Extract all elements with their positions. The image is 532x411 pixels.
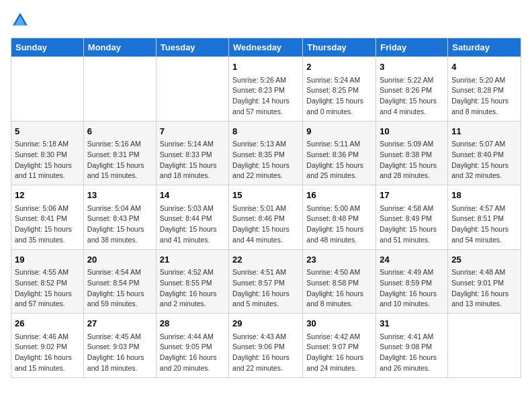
day-cell: 7Sunrise: 5:14 AM Sunset: 8:33 PM Daylig…: [156, 121, 228, 185]
day-cell: 3Sunrise: 5:22 AM Sunset: 8:26 PM Daylig…: [376, 57, 448, 122]
week-row-1: 1Sunrise: 5:26 AM Sunset: 8:23 PM Daylig…: [11, 57, 521, 122]
day-cell: 20Sunrise: 4:54 AM Sunset: 8:54 PM Dayli…: [83, 249, 156, 314]
day-number: 10: [380, 125, 444, 138]
day-info: Sunrise: 4:46 AM Sunset: 9:02 PM Dayligh…: [15, 332, 80, 374]
day-cell: 12Sunrise: 5:06 AM Sunset: 8:41 PM Dayli…: [11, 185, 84, 250]
day-cell: 24Sunrise: 4:49 AM Sunset: 8:59 PM Dayli…: [376, 249, 448, 314]
day-cell: 21Sunrise: 4:52 AM Sunset: 8:55 PM Dayli…: [156, 249, 228, 314]
day-number: 27: [87, 317, 152, 330]
day-number: 1: [232, 60, 299, 74]
day-info: Sunrise: 5:00 AM Sunset: 8:48 PM Dayligh…: [306, 203, 372, 246]
day-cell: 17Sunrise: 4:58 AM Sunset: 8:49 PM Dayli…: [376, 185, 448, 250]
day-number: 20: [87, 253, 152, 267]
day-cell: 31Sunrise: 4:41 AM Sunset: 9:08 PM Dayli…: [376, 314, 448, 378]
day-number: 4: [451, 60, 517, 74]
day-info: Sunrise: 4:44 AM Sunset: 9:05 PM Dayligh…: [160, 332, 225, 374]
day-number: 7: [160, 125, 225, 138]
day-info: Sunrise: 5:09 AM Sunset: 8:38 PM Dayligh…: [380, 139, 444, 181]
day-number: 16: [306, 189, 372, 202]
day-info: Sunrise: 5:24 AM Sunset: 8:25 PM Dayligh…: [306, 75, 372, 118]
day-info: Sunrise: 4:55 AM Sunset: 8:52 PM Dayligh…: [15, 267, 80, 310]
day-info: Sunrise: 4:52 AM Sunset: 8:55 PM Dayligh…: [160, 267, 225, 310]
day-info: Sunrise: 4:48 AM Sunset: 9:01 PM Dayligh…: [451, 267, 517, 310]
day-info: Sunrise: 4:45 AM Sunset: 9:03 PM Dayligh…: [87, 332, 152, 374]
day-info: Sunrise: 4:57 AM Sunset: 8:51 PM Dayligh…: [451, 203, 517, 246]
day-number: 22: [232, 253, 299, 267]
week-row-3: 12Sunrise: 5:06 AM Sunset: 8:41 PM Dayli…: [11, 185, 521, 250]
day-cell: [448, 314, 521, 378]
day-info: Sunrise: 4:51 AM Sunset: 8:57 PM Dayligh…: [232, 267, 299, 310]
day-info: Sunrise: 5:20 AM Sunset: 8:28 PM Dayligh…: [451, 75, 517, 118]
day-number: 11: [451, 125, 517, 138]
day-cell: 4Sunrise: 5:20 AM Sunset: 8:28 PM Daylig…: [448, 57, 521, 122]
column-header-monday: Monday: [83, 38, 156, 57]
day-number: 9: [306, 125, 372, 138]
day-number: 2: [306, 60, 372, 74]
page-header: [11, 11, 521, 30]
calendar-header-row: SundayMondayTuesdayWednesdayThursdayFrid…: [11, 38, 521, 57]
day-cell: 13Sunrise: 5:04 AM Sunset: 8:43 PM Dayli…: [83, 185, 156, 250]
day-info: Sunrise: 4:58 AM Sunset: 8:49 PM Dayligh…: [380, 203, 444, 246]
day-info: Sunrise: 5:22 AM Sunset: 8:26 PM Dayligh…: [380, 75, 444, 118]
day-cell: 22Sunrise: 4:51 AM Sunset: 8:57 PM Dayli…: [229, 249, 303, 314]
day-number: 29: [232, 317, 299, 330]
day-cell: 27Sunrise: 4:45 AM Sunset: 9:03 PM Dayli…: [83, 314, 156, 378]
day-cell: 16Sunrise: 5:00 AM Sunset: 8:48 PM Dayli…: [303, 185, 376, 250]
day-info: Sunrise: 5:26 AM Sunset: 8:23 PM Dayligh…: [232, 75, 299, 118]
day-cell: [11, 57, 84, 122]
day-cell: 6Sunrise: 5:16 AM Sunset: 8:31 PM Daylig…: [83, 121, 156, 185]
day-cell: 2Sunrise: 5:24 AM Sunset: 8:25 PM Daylig…: [303, 57, 376, 122]
day-number: 21: [160, 253, 225, 267]
day-number: 3: [380, 60, 444, 74]
column-header-tuesday: Tuesday: [156, 38, 228, 57]
day-cell: [156, 57, 228, 122]
day-number: 5: [15, 125, 80, 138]
day-number: 15: [232, 189, 299, 202]
day-cell: 10Sunrise: 5:09 AM Sunset: 8:38 PM Dayli…: [376, 121, 448, 185]
day-number: 26: [15, 317, 80, 330]
day-number: 14: [160, 189, 225, 202]
day-info: Sunrise: 5:04 AM Sunset: 8:43 PM Dayligh…: [87, 203, 152, 246]
day-number: 12: [15, 189, 80, 202]
day-cell: 26Sunrise: 4:46 AM Sunset: 9:02 PM Dayli…: [11, 314, 84, 378]
day-number: 17: [380, 189, 444, 202]
day-number: 19: [15, 253, 80, 267]
day-number: 28: [160, 317, 225, 330]
day-cell: 1Sunrise: 5:26 AM Sunset: 8:23 PM Daylig…: [229, 57, 303, 122]
day-info: Sunrise: 4:50 AM Sunset: 8:58 PM Dayligh…: [306, 267, 372, 310]
column-header-sunday: Sunday: [11, 38, 84, 57]
day-cell: 9Sunrise: 5:11 AM Sunset: 8:36 PM Daylig…: [303, 121, 376, 185]
column-header-friday: Friday: [376, 38, 448, 57]
day-cell: 23Sunrise: 4:50 AM Sunset: 8:58 PM Dayli…: [303, 249, 376, 314]
day-info: Sunrise: 5:06 AM Sunset: 8:41 PM Dayligh…: [15, 203, 80, 246]
day-info: Sunrise: 4:49 AM Sunset: 8:59 PM Dayligh…: [380, 267, 444, 310]
day-info: Sunrise: 5:07 AM Sunset: 8:40 PM Dayligh…: [451, 139, 517, 181]
week-row-2: 5Sunrise: 5:18 AM Sunset: 8:30 PM Daylig…: [11, 121, 521, 185]
day-number: 30: [306, 317, 372, 330]
day-cell: 11Sunrise: 5:07 AM Sunset: 8:40 PM Dayli…: [448, 121, 521, 185]
day-info: Sunrise: 4:54 AM Sunset: 8:54 PM Dayligh…: [87, 267, 152, 310]
day-number: 18: [451, 189, 517, 202]
day-number: 23: [306, 253, 372, 267]
day-number: 25: [451, 253, 517, 267]
day-cell: 30Sunrise: 4:42 AM Sunset: 9:07 PM Dayli…: [303, 314, 376, 378]
day-number: 13: [87, 189, 152, 202]
day-info: Sunrise: 4:43 AM Sunset: 9:06 PM Dayligh…: [232, 332, 299, 374]
logo-icon: [11, 11, 30, 30]
day-cell: 18Sunrise: 4:57 AM Sunset: 8:51 PM Dayli…: [448, 185, 521, 250]
day-number: 24: [380, 253, 444, 267]
day-info: Sunrise: 5:18 AM Sunset: 8:30 PM Dayligh…: [15, 139, 80, 181]
day-cell: 5Sunrise: 5:18 AM Sunset: 8:30 PM Daylig…: [11, 121, 84, 185]
day-cell: 14Sunrise: 5:03 AM Sunset: 8:44 PM Dayli…: [156, 185, 228, 250]
day-cell: 28Sunrise: 4:44 AM Sunset: 9:05 PM Dayli…: [156, 314, 228, 378]
day-cell: 15Sunrise: 5:01 AM Sunset: 8:46 PM Dayli…: [229, 185, 303, 250]
day-info: Sunrise: 5:13 AM Sunset: 8:35 PM Dayligh…: [232, 139, 299, 181]
column-header-saturday: Saturday: [448, 38, 521, 57]
day-info: Sunrise: 5:03 AM Sunset: 8:44 PM Dayligh…: [160, 203, 225, 246]
week-row-4: 19Sunrise: 4:55 AM Sunset: 8:52 PM Dayli…: [11, 249, 521, 314]
day-info: Sunrise: 5:01 AM Sunset: 8:46 PM Dayligh…: [232, 203, 299, 246]
day-info: Sunrise: 4:42 AM Sunset: 9:07 PM Dayligh…: [306, 332, 372, 374]
day-number: 8: [232, 125, 299, 138]
day-cell: 19Sunrise: 4:55 AM Sunset: 8:52 PM Dayli…: [11, 249, 84, 314]
day-number: 6: [87, 125, 152, 138]
